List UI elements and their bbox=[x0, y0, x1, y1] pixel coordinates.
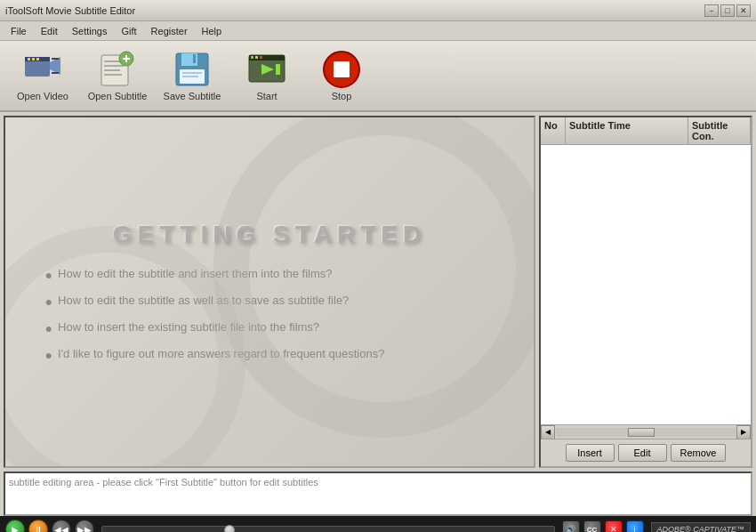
svg-rect-2 bbox=[28, 58, 30, 60]
svg-rect-7 bbox=[52, 72, 59, 74]
menu-file[interactable]: File bbox=[4, 24, 34, 38]
col-header-no: No bbox=[541, 117, 566, 144]
svg-rect-12 bbox=[104, 74, 122, 76]
subtitle-panel: No Subtitle Time Subtitle Con. ◀ ▶ Inser… bbox=[539, 116, 752, 468]
save-subtitle-label: Save Subtitle bbox=[164, 91, 221, 101]
svg-rect-6 bbox=[52, 58, 59, 60]
bullet-list: ● How to edit the subtitle and insert th… bbox=[45, 267, 495, 364]
info-button[interactable]: i bbox=[626, 520, 644, 532]
col-header-content: Subtitle Con. bbox=[688, 117, 751, 144]
volume-button[interactable]: 🔊 bbox=[562, 520, 580, 532]
seek-thumb[interactable] bbox=[224, 525, 235, 532]
close-button[interactable]: ✕ bbox=[736, 4, 751, 17]
play-button[interactable]: ▶ bbox=[5, 520, 25, 532]
open-subtitle-icon bbox=[98, 50, 137, 89]
subtitle-actions: Insert Edit Remove bbox=[541, 439, 751, 466]
svg-rect-26 bbox=[260, 56, 262, 59]
stop-button[interactable]: Stop bbox=[306, 45, 377, 106]
horizontal-scrollbar[interactable]: ◀ ▶ bbox=[541, 424, 751, 439]
toolbar: Open Video Open Subtitle Save Subtitle bbox=[0, 41, 756, 112]
subtitle-edit-area[interactable]: subtitle editing area - please click "Fi… bbox=[4, 472, 752, 516]
pause-button[interactable]: ⏸ bbox=[28, 520, 48, 532]
bullet-dot-4: ● bbox=[45, 347, 52, 363]
col-header-time: Subtitle Time bbox=[566, 117, 688, 144]
svg-rect-30 bbox=[334, 61, 350, 77]
bullet-item-1: ● How to edit the subtitle and insert th… bbox=[45, 267, 495, 283]
window-controls: − □ ✕ bbox=[704, 4, 751, 17]
minimize-button[interactable]: − bbox=[704, 4, 719, 17]
adobe-badge: ADOBE® CAPTIVATE™ bbox=[651, 522, 752, 532]
subtitle-table-header: No Subtitle Time Subtitle Con. bbox=[541, 117, 751, 145]
menu-register[interactable]: Register bbox=[144, 24, 195, 38]
svg-rect-24 bbox=[251, 56, 253, 59]
scroll-left-arrow[interactable]: ◀ bbox=[541, 425, 555, 439]
scroll-track[interactable] bbox=[556, 428, 736, 437]
bullet-item-2: ● How to edit the subtitle as well as to… bbox=[45, 294, 495, 310]
svg-rect-18 bbox=[193, 54, 196, 63]
scroll-right-arrow[interactable]: ▶ bbox=[736, 425, 751, 439]
svg-rect-4 bbox=[36, 58, 39, 60]
bullet-dot-1: ● bbox=[45, 267, 52, 283]
main-content: GETTING STARTED ● How to edit the subtit… bbox=[0, 112, 756, 472]
menu-gift[interactable]: Gift bbox=[114, 24, 143, 38]
edit-button[interactable]: Edit bbox=[618, 444, 667, 462]
menu-edit[interactable]: Edit bbox=[34, 24, 65, 38]
stop-icon bbox=[322, 50, 361, 89]
open-subtitle-label: Open Subtitle bbox=[88, 91, 148, 101]
svg-rect-10 bbox=[104, 65, 124, 67]
open-video-icon bbox=[23, 50, 62, 89]
title-bar: iToolSoft Movie Subtitle Editor − □ ✕ bbox=[0, 0, 756, 21]
stop-label: Stop bbox=[332, 91, 352, 101]
svg-rect-3 bbox=[32, 58, 35, 60]
insert-button[interactable]: Insert bbox=[566, 444, 615, 462]
edit-area-placeholder: subtitle editing area - please click "Fi… bbox=[9, 477, 318, 488]
save-subtitle-button[interactable]: Save Subtitle bbox=[157, 45, 228, 106]
start-button[interactable]: Start bbox=[231, 45, 302, 106]
maximize-button[interactable]: □ bbox=[720, 4, 735, 17]
scroll-thumb[interactable] bbox=[628, 428, 655, 437]
bullet-text-3: How to insert the existing subtitle file… bbox=[58, 320, 319, 334]
svg-rect-28 bbox=[276, 64, 280, 75]
save-subtitle-icon bbox=[173, 50, 212, 89]
captions-button[interactable]: CC bbox=[583, 520, 601, 532]
next-button[interactable]: ▶▶ bbox=[75, 520, 94, 532]
bullet-item-3: ● How to insert the existing subtitle fi… bbox=[45, 320, 495, 336]
svg-rect-11 bbox=[104, 69, 120, 71]
open-subtitle-button[interactable]: Open Subtitle bbox=[82, 45, 153, 106]
prev-button[interactable]: ◀◀ bbox=[52, 520, 71, 532]
menu-bar: File Edit Settings Gift Register Help bbox=[0, 21, 756, 41]
bullet-text-2: How to edit the subtitle as well as to s… bbox=[58, 294, 349, 307]
bullet-text-4: I'd like to figure out more answers rega… bbox=[58, 347, 384, 360]
open-video-button[interactable]: Open Video bbox=[7, 45, 78, 106]
start-icon bbox=[247, 50, 286, 89]
open-video-label: Open Video bbox=[17, 91, 68, 101]
svg-rect-25 bbox=[255, 56, 258, 59]
transport-bar: ▶ ⏸ ◀◀ ▶▶ 🔊 CC ✕ i ADOBE® CAPTIVATE™ bbox=[0, 516, 756, 532]
subtitle-table-body[interactable] bbox=[541, 145, 751, 424]
svg-rect-20 bbox=[182, 72, 202, 74]
bullet-dot-3: ● bbox=[45, 320, 52, 336]
menu-settings[interactable]: Settings bbox=[65, 24, 115, 38]
svg-rect-23 bbox=[249, 55, 285, 60]
svg-rect-21 bbox=[182, 76, 198, 77]
start-label: Start bbox=[256, 91, 277, 101]
bullet-text-1: How to edit the subtitle and insert them… bbox=[58, 267, 333, 280]
window-title: iToolSoft Movie Subtitle Editor bbox=[5, 5, 135, 16]
preview-panel: GETTING STARTED ● How to edit the subtit… bbox=[4, 116, 535, 468]
bullet-item-4: ● I'd like to figure out more answers re… bbox=[45, 347, 495, 363]
getting-started-title: GETTING STARTED bbox=[113, 221, 426, 249]
bullet-dot-2: ● bbox=[45, 294, 52, 310]
seek-bar[interactable] bbox=[101, 526, 555, 532]
record-button[interactable]: ✕ bbox=[605, 520, 623, 532]
remove-button[interactable]: Remove bbox=[671, 444, 727, 462]
menu-help[interactable]: Help bbox=[195, 24, 229, 38]
